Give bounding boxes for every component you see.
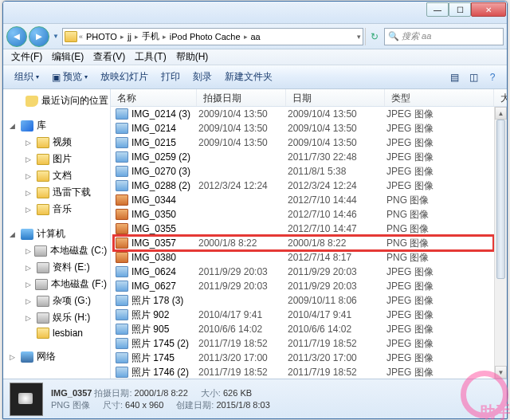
file-date: 2009/10/4 13:50 bbox=[288, 123, 386, 134]
file-date: 2010/6/6 14:02 bbox=[288, 324, 386, 335]
menu-edit[interactable]: 编辑(E) bbox=[47, 49, 88, 65]
new-folder-button[interactable]: 新建文件夹 bbox=[218, 68, 279, 86]
forward-button[interactable]: ► bbox=[29, 26, 49, 47]
sidebar-lesbian[interactable]: lesbian bbox=[3, 326, 110, 340]
library-icon bbox=[21, 120, 33, 131]
column-headers: 名称 拍摄日期 日期 类型 大 bbox=[111, 89, 507, 107]
breadcrumb[interactable]: « PHOTO▸ jj▸ 手机▸ iPod Photo Cache▸ aa ▾ bbox=[62, 28, 363, 45]
file-shot-date: 2012/3/24 12:24 bbox=[198, 180, 288, 191]
sidebar-network[interactable]: ▷网络 bbox=[3, 348, 110, 365]
sidebar-computer[interactable]: ◢计算机 bbox=[3, 226, 110, 242]
sidebar-videos[interactable]: ▷视频 bbox=[3, 134, 110, 151]
file-icon bbox=[116, 295, 128, 306]
file-date: 2011/3/20 17:00 bbox=[288, 352, 386, 363]
refresh-button[interactable]: ↻ bbox=[365, 28, 382, 45]
table-row[interactable]: IMG_0270 (3)2011/8/1 5:38JPEG 图像 bbox=[111, 164, 507, 179]
preview-button[interactable]: ▣ 预览 bbox=[45, 68, 94, 86]
table-row[interactable]: 照片 9052010/6/6 14:022010/6/6 14:02JPEG 图… bbox=[111, 322, 507, 336]
print-button[interactable]: 打印 bbox=[155, 68, 186, 86]
organize-button[interactable]: 组织 bbox=[8, 68, 45, 86]
table-row[interactable]: IMG_0214 (3)2009/10/4 13:502009/10/4 13:… bbox=[111, 107, 507, 121]
sidebar-drive-f[interactable]: ▷本地磁盘 (F:) bbox=[3, 276, 110, 292]
file-list[interactable]: IMG_0214 (3)2009/10/4 13:502009/10/4 13:… bbox=[111, 107, 507, 379]
breadcrumb-seg[interactable]: jj bbox=[124, 32, 135, 41]
collapse-icon[interactable]: ◢ bbox=[10, 122, 18, 130]
file-type: JPEG 图像 bbox=[386, 108, 507, 121]
file-type: JPEG 图像 bbox=[386, 294, 507, 308]
file-type: JPEG 图像 bbox=[386, 280, 507, 293]
navigation-bar: ◄ ► ▼ « PHOTO▸ jj▸ 手机▸ iPod Photo Cache▸… bbox=[3, 24, 507, 49]
table-row[interactable]: 照片 9022010/4/17 9:412010/4/17 9:41JPEG 图… bbox=[111, 308, 507, 322]
sidebar-documents[interactable]: ▷文档 bbox=[3, 167, 110, 184]
table-row[interactable]: IMG_03502012/7/10 14:46PNG 图像 bbox=[111, 207, 507, 222]
table-row[interactable]: IMG_02142009/10/4 13:502009/10/4 13:50JP… bbox=[111, 121, 507, 135]
sidebar-music[interactable]: ▷音乐 bbox=[3, 201, 110, 218]
slideshow-button[interactable]: 放映幻灯片 bbox=[94, 68, 155, 86]
table-row[interactable]: IMG_02152009/10/4 13:502009/10/4 13:50JP… bbox=[111, 135, 507, 150]
table-row[interactable]: IMG_0259 (2)2011/7/30 22:48JPEG 图像 bbox=[111, 150, 507, 164]
breadcrumb-seg[interactable]: 手机 bbox=[139, 30, 163, 42]
file-type: PNG 图像 bbox=[386, 194, 507, 207]
column-shot-date[interactable]: 拍摄日期 bbox=[197, 89, 286, 106]
titlebar: — ☐ ✕ bbox=[3, 2, 507, 24]
table-row[interactable]: IMG_0288 (2)2012/3/24 12:242012/3/24 12:… bbox=[111, 179, 507, 193]
history-dropdown[interactable]: ▼ bbox=[51, 26, 61, 47]
column-name[interactable]: 名称 bbox=[111, 89, 197, 106]
table-row[interactable]: 照片 1746 (2)2011/7/19 18:522011/7/19 18:5… bbox=[111, 365, 507, 379]
view-mode-button[interactable]: ▤ bbox=[445, 69, 464, 86]
file-shot-date: 2011/7/19 18:52 bbox=[198, 367, 288, 378]
menu-view[interactable]: 查看(V) bbox=[88, 49, 130, 65]
breadcrumb-seg[interactable]: aa bbox=[248, 32, 264, 41]
table-row[interactable]: 照片 178 (3)2009/10/11 8:06JPEG 图像 bbox=[111, 293, 507, 308]
menu-tools[interactable]: 工具(T) bbox=[130, 49, 171, 65]
collapse-icon[interactable]: ◢ bbox=[10, 230, 18, 238]
search-input[interactable]: 🔍 搜索 aa bbox=[384, 28, 504, 45]
folder-icon bbox=[65, 31, 77, 42]
file-type: PNG 图像 bbox=[386, 222, 507, 236]
file-type: PNG 图像 bbox=[386, 251, 507, 265]
table-row[interactable]: 照片 1745 (2)2011/7/19 18:522011/7/19 18:5… bbox=[111, 336, 507, 351]
file-type: PNG 图像 bbox=[386, 208, 507, 222]
scroll-down-button[interactable]: ▼ bbox=[495, 366, 507, 379]
scroll-thumb[interactable] bbox=[496, 120, 505, 279]
table-row[interactable]: IMG_03552012/7/10 14:47PNG 图像 bbox=[111, 222, 507, 236]
column-spacer: 大 bbox=[494, 89, 507, 106]
column-type[interactable]: 类型 bbox=[385, 89, 494, 106]
table-row[interactable]: IMG_03802012/7/14 8:17PNG 图像 bbox=[111, 250, 507, 265]
breadcrumb-seg[interactable]: iPod Photo Cache bbox=[167, 32, 244, 41]
file-name: IMG_0270 (3) bbox=[131, 166, 198, 177]
table-row[interactable]: IMG_03442012/7/10 14:44PNG 图像 bbox=[111, 193, 507, 207]
menu-help[interactable]: 帮助(H) bbox=[171, 49, 214, 65]
table-row[interactable]: IMG_06242011/9/29 20:032011/9/29 20:03JP… bbox=[111, 265, 507, 279]
file-name: IMG_0627 bbox=[131, 281, 198, 292]
scroll-up-button[interactable]: ▲ bbox=[495, 107, 507, 120]
file-name: 照片 178 (3) bbox=[131, 294, 198, 308]
column-date[interactable]: 日期 bbox=[286, 89, 385, 106]
sidebar-xunlei[interactable]: ▷迅雷下载 bbox=[3, 184, 110, 201]
breadcrumb-seg[interactable]: PHOTO bbox=[83, 32, 120, 41]
table-row[interactable]: 照片 17452011/3/20 17:002011/3/20 17:00JPE… bbox=[111, 351, 507, 365]
maximize-button[interactable]: ☐ bbox=[449, 2, 471, 17]
minimize-button[interactable]: — bbox=[426, 2, 449, 17]
close-button[interactable]: ✕ bbox=[471, 2, 506, 17]
table-row[interactable]: IMG_03572000/1/8 8:222000/1/8 8:22PNG 图像 bbox=[111, 236, 507, 250]
file-icon bbox=[116, 367, 128, 378]
sidebar-libraries[interactable]: ◢库 bbox=[3, 117, 110, 134]
sidebar-recent[interactable]: 最近访问的位置 bbox=[3, 92, 110, 109]
back-button[interactable]: ◄ bbox=[6, 26, 27, 47]
table-row[interactable]: IMG_06272011/9/29 20:032011/9/29 20:03JP… bbox=[111, 279, 507, 293]
body: 最近访问的位置 ◢库 ▷视频 ▷图片 ▷文档 ▷迅雷下载 ▷音乐 ◢计算机 ▷本… bbox=[3, 89, 507, 379]
pane-button[interactable]: ◫ bbox=[464, 69, 483, 86]
sidebar-drive-g[interactable]: ▷杂项 (G:) bbox=[3, 292, 110, 309]
scrollbar-vertical[interactable]: ▲ ▼ bbox=[494, 107, 507, 379]
sidebar-drive-h[interactable]: ▷娱乐 (H:) bbox=[3, 309, 110, 326]
sidebar-drive-c[interactable]: ▷本地磁盘 (C:) bbox=[3, 242, 110, 259]
burn-button[interactable]: 刻录 bbox=[186, 68, 218, 86]
help-icon[interactable]: ? bbox=[483, 69, 502, 86]
sidebar-pictures[interactable]: ▷图片 bbox=[3, 151, 110, 167]
file-shot-date: 2010/6/6 14:02 bbox=[198, 324, 288, 335]
sidebar-drive-e[interactable]: ▷资料 (E:) bbox=[3, 259, 110, 276]
recent-icon bbox=[26, 96, 38, 107]
breadcrumb-dropdown[interactable]: ▾ bbox=[357, 33, 361, 41]
menu-file[interactable]: 文件(F) bbox=[6, 49, 47, 65]
